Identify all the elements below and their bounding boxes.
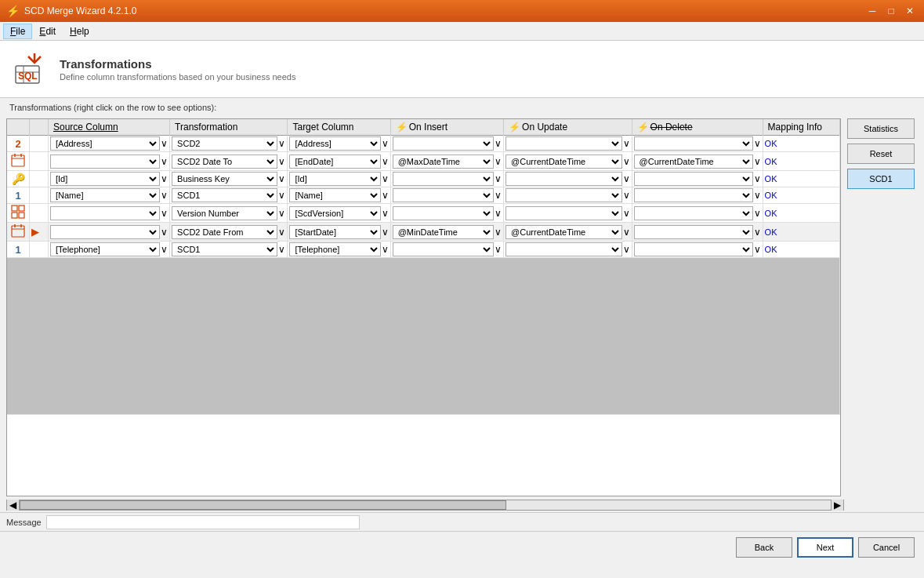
on-update-select[interactable]: [505, 188, 621, 202]
on-insert-select[interactable]: @MinDateTime: [393, 225, 494, 239]
on-insert-select[interactable]: [393, 172, 494, 186]
mapping-cell: OK: [763, 171, 839, 187]
on-delete-select[interactable]: [634, 206, 753, 220]
scroll-right-btn[interactable]: ▶: [831, 500, 843, 511]
transformation-select[interactable]: Version Number: [172, 206, 277, 220]
on-delete-select[interactable]: [634, 188, 753, 202]
maximize-button[interactable]: □: [883, 4, 899, 18]
table-row: 1 [Telephone] ∨ SCD1 ∨: [7, 242, 840, 258]
svg-rect-10: [19, 205, 24, 211]
on-update-wrapper: ∨: [505, 242, 629, 256]
on-update-select[interactable]: [505, 136, 621, 151]
close-button[interactable]: ✕: [902, 4, 918, 18]
on-update-cell: @CurrentDateTime ∨: [504, 152, 632, 171]
transformation-select[interactable]: SCD1: [172, 242, 277, 256]
col-icon2: [30, 119, 49, 136]
transformation-select[interactable]: SCD2: [172, 136, 277, 151]
on-update-select[interactable]: [505, 206, 621, 220]
transformation-select[interactable]: SCD2 Date From: [172, 225, 277, 239]
target-column-select[interactable]: [Telephone]: [289, 242, 380, 256]
transform-col-cell: SCD2 ∨: [170, 136, 288, 152]
scroll-left-btn[interactable]: ◀: [7, 500, 20, 511]
on-update-cell: @CurrentDateTime ∨: [504, 223, 632, 242]
transformation-select[interactable]: Business Key: [172, 172, 277, 186]
target-column-select[interactable]: [Address]: [289, 136, 380, 151]
source-select-wrapper: ∨: [50, 206, 168, 220]
reset-button[interactable]: Reset: [847, 144, 915, 164]
source-column-select[interactable]: [50, 154, 160, 169]
on-insert-select[interactable]: [393, 136, 494, 151]
source-column-select[interactable]: [Name]: [50, 188, 160, 202]
transform-col-cell: SCD1 ∨: [170, 187, 288, 204]
transform-select-wrapper: SCD2 ∨: [172, 136, 285, 151]
target-select-wrapper: [EndDate] ∨: [289, 154, 388, 169]
target-column-select[interactable]: [ScdVersion]: [289, 206, 380, 220]
table-row: 1 [Name] ∨ SCD1 ∨: [7, 187, 840, 204]
on-delete-label: On Delete: [650, 122, 693, 133]
target-column-select[interactable]: [Name]: [289, 188, 380, 202]
row-badge: 1: [15, 244, 20, 256]
on-insert-select[interactable]: [393, 242, 494, 256]
main-content: Source Column Transformation Target Colu…: [0, 115, 924, 500]
on-update-select[interactable]: [505, 242, 621, 256]
on-delete-wrapper: @CurrentDateTime ∨: [634, 154, 761, 169]
source-column-select[interactable]: [Id]: [50, 172, 160, 186]
row-indicator: [30, 152, 49, 171]
row-icon-cell: [7, 204, 30, 223]
target-select-wrapper: [Address] ∨: [289, 136, 388, 151]
page-title: Transformations: [60, 57, 295, 71]
menu-file[interactable]: File: [3, 24, 32, 39]
mapping-cell: OK: [763, 242, 839, 258]
on-delete-wrapper: ∨: [634, 225, 761, 239]
transformation-select[interactable]: SCD2 Date To: [172, 154, 277, 169]
on-delete-select[interactable]: [634, 225, 753, 239]
next-button[interactable]: Next: [797, 537, 853, 558]
on-update-select[interactable]: @CurrentDateTime: [505, 154, 621, 169]
cancel-button[interactable]: Cancel: [858, 537, 915, 558]
on-insert-select[interactable]: [393, 188, 494, 202]
row-indicator: [30, 187, 49, 204]
window-controls: ─ □ ✕: [864, 4, 918, 18]
on-update-wrapper: @CurrentDateTime ∨: [505, 154, 629, 169]
target-col-cell: [StartDate] ∨: [288, 223, 390, 242]
on-delete-select[interactable]: @CurrentDateTime: [634, 154, 753, 169]
statistics-button[interactable]: Statistics: [847, 118, 915, 139]
transformation-select[interactable]: SCD1: [172, 188, 277, 202]
on-delete-select[interactable]: [634, 136, 753, 151]
target-column-select[interactable]: [StartDate]: [289, 225, 380, 239]
on-update-select[interactable]: [505, 172, 621, 186]
on-update-select[interactable]: @CurrentDateTime: [505, 225, 621, 239]
row-icon-cell: [7, 223, 30, 242]
menu-help[interactable]: Help: [63, 24, 96, 39]
scd1-button[interactable]: SCD1: [847, 169, 915, 189]
on-delete-select[interactable]: [634, 172, 753, 186]
source-column-select[interactable]: [50, 206, 160, 220]
back-button[interactable]: Back: [736, 537, 792, 558]
on-insert-select[interactable]: [393, 206, 494, 220]
menu-file-label: File: [10, 26, 25, 37]
source-column-select[interactable]: [Telephone]: [50, 242, 160, 256]
source-col-cell: [Name] ∨: [48, 187, 169, 204]
scroll-thumb[interactable]: [20, 500, 506, 510]
scroll-track: ◀ ▶: [6, 500, 844, 511]
on-delete-select[interactable]: [634, 242, 753, 256]
horizontal-scrollbar[interactable]: ◀ ▶: [0, 500, 924, 511]
on-insert-cell: ∨: [390, 187, 503, 204]
on-insert-wrapper: ∨: [393, 206, 502, 220]
source-column-select[interactable]: [Address]: [50, 136, 160, 151]
menu-bar: File Edit Help: [0, 22, 924, 41]
target-column-select[interactable]: [Id]: [289, 172, 380, 186]
row-indicator: [30, 136, 49, 152]
menu-edit[interactable]: Edit: [32, 24, 63, 39]
minimize-button[interactable]: ─: [864, 4, 880, 18]
row-badge: 1: [15, 190, 20, 202]
on-insert-wrapper: @MaxDateTime ∨: [393, 154, 502, 169]
transformations-table-container[interactable]: Source Column Transformation Target Colu…: [6, 118, 841, 496]
row-indicator: [30, 171, 49, 187]
right-panel: Statistics Reset SCD1: [847, 118, 918, 496]
table-row: 2 [Address] ∨ SCD2 ∨: [7, 136, 840, 152]
on-insert-select[interactable]: @MaxDateTime: [393, 154, 494, 169]
status-bar: Message: [0, 512, 924, 531]
source-column-select[interactable]: [50, 225, 160, 239]
target-column-select[interactable]: [EndDate]: [289, 154, 380, 169]
